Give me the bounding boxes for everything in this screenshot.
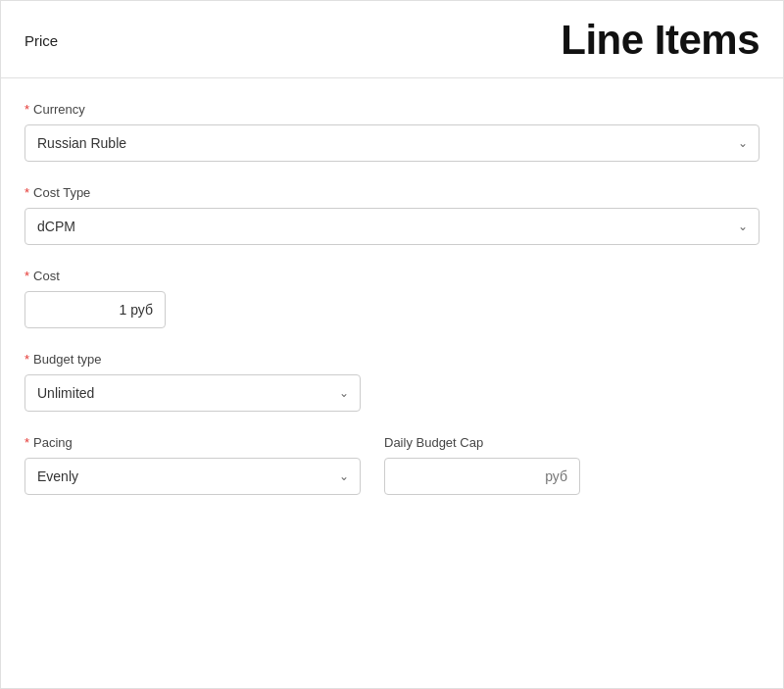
budget-type-group: * Budget type Unlimited Daily Lifetime ⌄: [24, 352, 760, 412]
daily-budget-cap-col: Daily Budget Cap: [384, 435, 580, 495]
form-body: * Currency Russian Ruble US Dollar Euro …: [1, 78, 783, 550]
cost-type-group: * Cost Type dCPM CPM CPC CPV ⌄: [24, 185, 760, 245]
cost-type-label: * Cost Type: [24, 185, 760, 200]
cost-type-label-text: Cost Type: [33, 185, 90, 200]
cost-type-required-star: *: [24, 185, 29, 200]
cost-input[interactable]: [24, 291, 166, 328]
pacing-label-text: Pacing: [33, 435, 73, 450]
header: Price Line Items: [1, 1, 783, 78]
daily-budget-cap-label-text: Daily Budget Cap: [384, 435, 483, 450]
daily-budget-cap-input[interactable]: [384, 458, 580, 495]
budget-type-select-wrapper: Unlimited Daily Lifetime ⌄: [24, 374, 361, 412]
cost-label: * Cost: [24, 269, 760, 283]
line-items-title: Line Items: [561, 17, 760, 64]
currency-select[interactable]: Russian Ruble US Dollar Euro: [24, 124, 760, 162]
pacing-select-wrapper: Evenly ASAP ⌄: [24, 458, 361, 495]
cost-type-select[interactable]: dCPM CPM CPC CPV: [24, 208, 760, 245]
pacing-required-star: *: [24, 435, 29, 450]
page-container: Price Line Items * Currency Russian Rubl…: [0, 0, 784, 689]
cost-label-text: Cost: [33, 269, 60, 283]
currency-required-star: *: [24, 102, 29, 117]
budget-type-select[interactable]: Unlimited Daily Lifetime: [24, 374, 361, 412]
currency-label-text: Currency: [33, 102, 85, 117]
currency-group: * Currency Russian Ruble US Dollar Euro …: [24, 102, 760, 162]
budget-type-required-star: *: [24, 352, 29, 367]
pacing-select[interactable]: Evenly ASAP: [24, 458, 361, 495]
pacing-daily-row: * Pacing Evenly ASAP ⌄ Daily Budget Cap: [24, 435, 760, 495]
daily-budget-cap-label: Daily Budget Cap: [384, 435, 580, 450]
budget-type-label: * Budget type: [24, 352, 760, 367]
pacing-label: * Pacing: [24, 435, 361, 450]
price-title: Price: [24, 32, 58, 49]
currency-label: * Currency: [24, 102, 760, 117]
cost-required-star: *: [24, 269, 29, 283]
cost-type-select-wrapper: dCPM CPM CPC CPV ⌄: [24, 208, 760, 245]
budget-type-label-text: Budget type: [33, 352, 101, 367]
currency-select-wrapper: Russian Ruble US Dollar Euro ⌄: [24, 124, 760, 162]
pacing-col: * Pacing Evenly ASAP ⌄: [24, 435, 361, 495]
cost-group: * Cost: [24, 269, 760, 328]
